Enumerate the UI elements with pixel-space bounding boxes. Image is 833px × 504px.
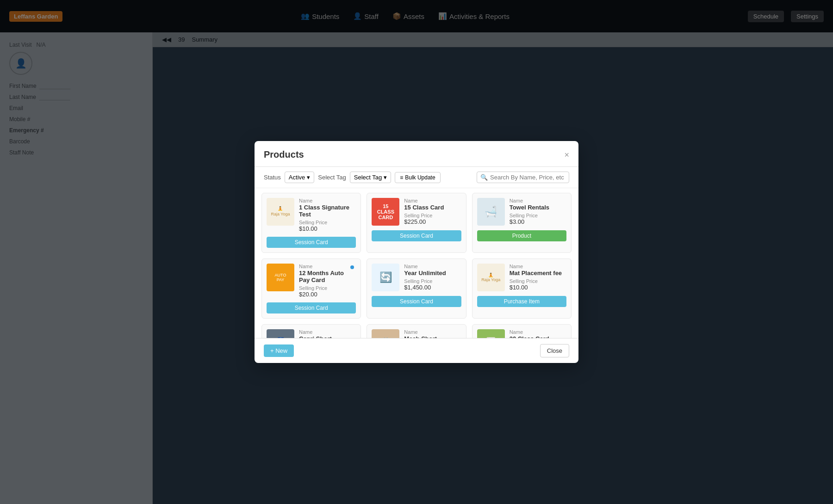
product-type-button-p5[interactable]: Session Card xyxy=(372,296,461,307)
close-button[interactable]: Close xyxy=(540,344,569,357)
product-info: Name 12 Months Auto Pay Card Selling Pri… xyxy=(299,264,356,298)
product-name: Towel Rentals xyxy=(510,204,566,211)
name-label: Name xyxy=(299,198,356,203)
product-image: 🃏 xyxy=(477,329,505,338)
product-name: Year Unlimited xyxy=(404,270,461,277)
product-image: 🔄 xyxy=(372,264,399,291)
price-label: Selling Price xyxy=(299,220,356,225)
product-info: Name 15 Class Card Selling Price $225.00 xyxy=(404,198,461,225)
select-tag-dropdown[interactable]: Select Tag ▾ xyxy=(350,172,391,183)
product-card-p6: 🧘Raja Yoga Name Mat Placement fee Sellin… xyxy=(472,258,572,319)
product-card-top: 🧘Raja Yoga Name Mat Placement fee Sellin… xyxy=(477,264,566,291)
product-card-p9: 🃏 Name 20 Class Card Selling Price $350.… xyxy=(472,324,572,338)
product-card-p3: 🛁 Name Towel Rentals Selling Price $3.00… xyxy=(472,193,572,253)
product-card-p2: 15CLASSCARD Name 15 Class Card Selling P… xyxy=(367,193,466,253)
product-name: 1 Class Signature Test xyxy=(299,204,356,218)
product-price: $10.00 xyxy=(510,284,566,291)
product-name: 12 Months Auto Pay Card xyxy=(299,270,356,283)
product-card-p1: 🧘Raja Yoga Name 1 Class Signature Test S… xyxy=(261,193,361,253)
name-label: Name xyxy=(299,264,356,269)
product-name: Mat Placement fee xyxy=(510,270,566,277)
status-label: Status xyxy=(264,174,281,181)
tag-chevron-icon: ▾ xyxy=(384,174,387,181)
product-image: 👖 xyxy=(267,329,294,338)
bulk-icon: ≡ xyxy=(400,174,403,181)
product-card-top: 🔄 Name Year Unlimited Selling Price $1,4… xyxy=(372,264,461,291)
product-card-top: AUTOPAY Name 12 Months Auto Pay Card Sel… xyxy=(267,264,356,298)
product-price: $20.00 xyxy=(299,291,356,298)
product-type-button-p6[interactable]: Purchase Item xyxy=(477,296,566,307)
modal-header: Products × xyxy=(255,141,578,167)
status-select[interactable]: Active ▾ xyxy=(285,172,314,183)
product-type-button-p4[interactable]: Session Card xyxy=(267,302,356,313)
name-label: Name xyxy=(299,329,356,335)
product-name: Capri Short xyxy=(299,335,356,338)
price-label: Selling Price xyxy=(404,213,461,218)
product-card-top: 👕 Name Mesh Short Selling Price $65.00 xyxy=(372,329,461,338)
product-price: $10.00 xyxy=(299,225,356,232)
name-label: Name xyxy=(510,198,566,203)
price-label: Selling Price xyxy=(510,278,566,284)
bulk-update-button[interactable]: ≡ Bulk Update xyxy=(395,172,440,183)
product-info: Name Year Unlimited Selling Price $1,450… xyxy=(404,264,461,291)
product-name: 15 Class Card xyxy=(404,204,461,211)
product-info: Name Capri Short Selling Price $45.00 xyxy=(299,329,356,338)
product-image: 🛁 xyxy=(477,198,505,226)
product-card-top: 🃏 Name 20 Class Card Selling Price $350.… xyxy=(477,329,566,338)
product-card-p7: 👖 Name Capri Short Selling Price $45.00 … xyxy=(261,324,361,338)
product-price: $3.00 xyxy=(510,218,566,225)
product-type-button-p1[interactable]: Session Card xyxy=(267,237,356,248)
product-image: 👕 xyxy=(372,329,399,338)
chevron-down-icon: ▾ xyxy=(307,174,310,181)
new-product-button[interactable]: + New xyxy=(264,344,294,357)
product-type-button-p2[interactable]: Session Card xyxy=(372,230,461,241)
filter-bar: Status Active ▾ Select Tag Select Tag ▾ … xyxy=(255,167,578,188)
product-card-top: 👖 Name Capri Short Selling Price $45.00 xyxy=(267,329,356,338)
product-price: $1,450.00 xyxy=(404,284,461,291)
products-modal: Products × Status Active ▾ Select Tag Se… xyxy=(255,141,578,363)
product-info: Name Towel Rentals Selling Price $3.00 xyxy=(510,198,566,225)
product-image: 🧘Raja Yoga xyxy=(477,264,505,291)
product-info: Name 1 Class Signature Test Selling Pric… xyxy=(299,198,356,232)
modal-footer: + New Close xyxy=(255,338,578,363)
price-label: Selling Price xyxy=(510,213,566,218)
product-price: $225.00 xyxy=(404,218,461,225)
product-image: 15CLASSCARD xyxy=(372,198,399,226)
price-label: Selling Price xyxy=(299,285,356,291)
name-label: Name xyxy=(510,264,566,269)
search-input[interactable] xyxy=(477,172,569,183)
product-card-p5: 🔄 Name Year Unlimited Selling Price $1,4… xyxy=(367,258,466,319)
product-type-button-p3[interactable]: Product xyxy=(477,230,566,241)
product-name: Mesh Short xyxy=(404,335,461,338)
name-label: Name xyxy=(404,198,461,203)
product-card-p8: 👕 Name Mesh Short Selling Price $65.00 P… xyxy=(367,324,466,338)
name-label: Name xyxy=(404,264,461,269)
search-box: 🔍 xyxy=(477,172,569,183)
product-name: 20 Class Card xyxy=(510,335,566,338)
products-grid: 🧘Raja Yoga Name 1 Class Signature Test S… xyxy=(255,188,578,338)
product-info: Name Mesh Short Selling Price $65.00 xyxy=(404,329,461,338)
name-label: Name xyxy=(404,329,461,335)
product-image: AUTOPAY xyxy=(267,264,294,291)
search-icon: 🔍 xyxy=(480,174,488,181)
product-info: Name Mat Placement fee Selling Price $10… xyxy=(510,264,566,291)
product-card-top: 🧘Raja Yoga Name 1 Class Signature Test S… xyxy=(267,198,356,232)
product-card-top: 15CLASSCARD Name 15 Class Card Selling P… xyxy=(372,198,461,226)
modal-backdrop: Products × Status Active ▾ Select Tag Se… xyxy=(0,0,833,504)
modal-close-button[interactable]: × xyxy=(564,151,569,159)
product-image: 🧘Raja Yoga xyxy=(267,198,294,226)
name-label: Name xyxy=(510,329,566,335)
price-label: Selling Price xyxy=(404,278,461,284)
product-card-p4: AUTOPAY Name 12 Months Auto Pay Card Sel… xyxy=(261,258,361,319)
modal-title: Products xyxy=(264,149,304,160)
select-tag-label: Select Tag xyxy=(318,174,346,181)
product-info: Name 20 Class Card Selling Price $350.00 xyxy=(510,329,566,338)
product-card-top: 🛁 Name Towel Rentals Selling Price $3.00 xyxy=(477,198,566,226)
